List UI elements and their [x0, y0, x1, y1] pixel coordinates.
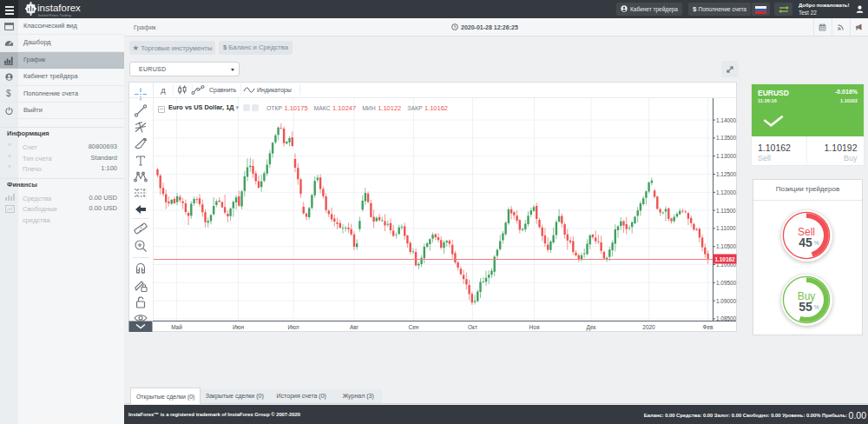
svg-text:%: %	[814, 240, 819, 246]
svg-text:Авг: Авг	[350, 324, 359, 330]
svg-text:Дек: Дек	[587, 324, 596, 331]
svg-text:Май: Май	[171, 324, 182, 330]
svg-text:2020: 2020	[642, 324, 655, 330]
svg-text:1.13500: 1.13500	[716, 135, 737, 141]
svg-text:1.11500: 1.11500	[716, 208, 736, 214]
svg-text:1.14000: 1.14000	[716, 117, 737, 123]
svg-text:Июн: Июн	[233, 324, 245, 330]
svg-text:45: 45	[799, 235, 812, 249]
svg-text:1.11000: 1.11000	[716, 225, 736, 231]
svg-text:Сравнить: Сравнить	[209, 87, 237, 94]
svg-text:%: %	[814, 304, 819, 310]
svg-text:Сен: Сен	[409, 324, 419, 330]
svg-text:1.08500: 1.08500	[716, 315, 737, 321]
svg-text:Окт: Окт	[468, 324, 477, 330]
svg-text:1.10500: 1.10500	[716, 243, 737, 249]
svg-text:Фев: Фев	[702, 324, 713, 330]
svg-text:1.09500: 1.09500	[716, 280, 737, 286]
svg-text:Июл: Июл	[287, 324, 299, 330]
svg-text:1.12500: 1.12500	[716, 171, 737, 177]
svg-text:Д: Д	[161, 87, 166, 95]
svg-text:55: 55	[799, 300, 812, 314]
svg-text:Индикаторы: Индикаторы	[257, 87, 292, 94]
svg-text:Ноя: Ноя	[529, 324, 540, 330]
svg-text:1.09000: 1.09000	[716, 298, 737, 304]
svg-text:1.12000: 1.12000	[716, 189, 737, 195]
svg-text:1.13000: 1.13000	[716, 153, 737, 159]
svg-text:1.10162: 1.10162	[714, 256, 735, 262]
